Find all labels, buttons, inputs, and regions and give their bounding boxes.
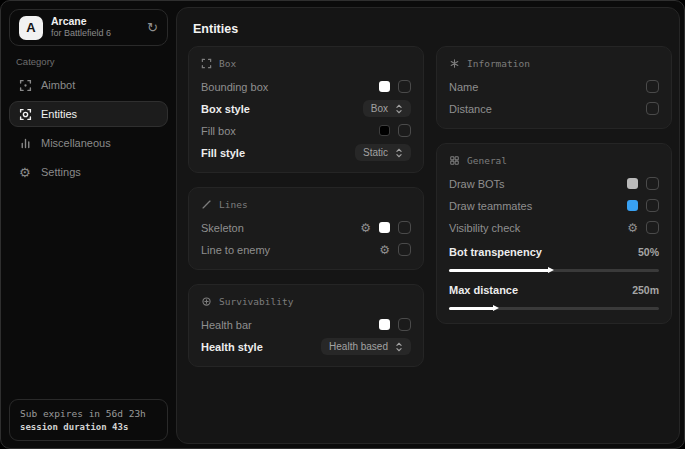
health-style-row: Health style Health based xyxy=(201,338,411,355)
draw-teammates-row: Draw teammates xyxy=(449,197,659,214)
information-card-title: Information xyxy=(467,58,530,69)
draw-teammates-color-swatch[interactable] xyxy=(627,200,638,211)
information-card-header: Information xyxy=(449,56,659,70)
draw-bots-controls xyxy=(627,177,659,190)
fill-box-controls xyxy=(379,124,411,137)
fill-style-row: Fill style Static xyxy=(201,144,411,161)
slider-fill xyxy=(449,307,495,310)
line-to-enemy-row: Line to enemy ⚙ xyxy=(201,241,411,258)
skeleton-row: Skeleton ⚙ xyxy=(201,219,411,236)
gear-icon: ⚙ xyxy=(19,166,32,179)
name-controls xyxy=(646,80,659,93)
health-bar-checkbox[interactable] xyxy=(398,318,411,331)
draw-teammates-label: Draw teammates xyxy=(449,200,532,212)
slider-thumb[interactable] xyxy=(493,305,499,311)
category-label: Category xyxy=(16,56,55,67)
bot-transparency-value: 50% xyxy=(638,246,659,258)
sidebar-item-aimbot[interactable]: Aimbot xyxy=(9,72,168,98)
health-plus-icon xyxy=(201,296,212,307)
fill-box-checkbox[interactable] xyxy=(398,124,411,137)
chevron-up-down-icon xyxy=(395,104,403,114)
box-brackets-icon xyxy=(201,58,212,69)
max-distance-labels: Max distance 250m xyxy=(449,281,659,298)
health-style-dropdown[interactable]: Health based xyxy=(321,338,411,355)
distance-label: Distance xyxy=(449,103,492,115)
bot-transparency-slider[interactable] xyxy=(449,267,659,274)
name-row: Name xyxy=(449,78,659,95)
fill-box-color-swatch[interactable] xyxy=(379,125,390,136)
sidebar: A Arcane for Battlefield 6 ↻ Category Ai… xyxy=(1,1,174,448)
skeleton-color-swatch[interactable] xyxy=(379,222,390,233)
asterisk-icon xyxy=(449,58,460,69)
sidebar-item-entities[interactable]: Entities xyxy=(9,101,168,127)
crosshair-icon xyxy=(19,79,32,92)
sidebar-item-miscellaneous[interactable]: Miscellaneous xyxy=(9,130,168,156)
visibility-check-label: Visibility check xyxy=(449,222,520,234)
bounding-box-controls xyxy=(379,80,411,93)
bars-icon xyxy=(19,137,32,150)
general-card-header: General xyxy=(449,153,659,167)
lines-card-title: Lines xyxy=(219,199,248,210)
left-column: Box Bounding box Box style Box xyxy=(188,46,424,367)
sidebar-nav: Aimbot Entities Miscellaneous xyxy=(9,72,168,185)
skeleton-label: Skeleton xyxy=(201,222,244,234)
brand-name: Arcane xyxy=(51,15,111,28)
max-distance-group: Max distance 250m xyxy=(449,279,659,312)
bounding-box-checkbox[interactable] xyxy=(398,80,411,93)
slider-thumb[interactable] xyxy=(548,267,554,273)
survivability-card: Survivability Health bar Health style He… xyxy=(188,284,424,367)
survivability-card-header: Survivability xyxy=(201,294,411,308)
visibility-check-row: Visibility check ⚙ xyxy=(449,219,659,236)
draw-bots-color-swatch[interactable] xyxy=(627,178,638,189)
box-style-dropdown[interactable]: Box xyxy=(363,100,411,117)
max-distance-label: Max distance xyxy=(449,284,518,296)
fill-style-label: Fill style xyxy=(201,147,245,159)
line-to-enemy-checkbox[interactable] xyxy=(398,243,411,256)
bounding-box-row: Bounding box xyxy=(201,78,411,95)
draw-bots-checkbox[interactable] xyxy=(646,177,659,190)
line-icon xyxy=(201,199,212,210)
skeleton-config-gear-icon[interactable]: ⚙ xyxy=(360,222,371,234)
slider-fill xyxy=(449,269,550,272)
visibility-check-checkbox[interactable] xyxy=(646,221,659,234)
general-card-title: General xyxy=(467,155,507,166)
fill-style-dropdown[interactable]: Static xyxy=(355,144,411,161)
bot-transparency-labels: Bot transpenency 50% xyxy=(449,243,659,260)
draw-teammates-controls xyxy=(627,199,659,212)
line-to-enemy-controls: ⚙ xyxy=(379,243,411,256)
page-title: Entities xyxy=(193,22,238,36)
draw-teammates-checkbox[interactable] xyxy=(646,199,659,212)
sync-icon[interactable]: ↻ xyxy=(147,20,158,35)
visibility-check-controls: ⚙ xyxy=(627,221,659,234)
chevron-up-down-icon xyxy=(395,148,403,158)
skeleton-controls: ⚙ xyxy=(360,221,411,234)
lines-card: Lines Skeleton ⚙ Line to enemy ⚙ xyxy=(188,187,424,270)
health-style-value: Health based xyxy=(329,341,388,352)
session-card: Sub expires in 56d 23h session duration … xyxy=(9,399,168,441)
name-label: Name xyxy=(449,81,478,93)
visibility-check-config-gear-icon[interactable]: ⚙ xyxy=(627,222,638,234)
skeleton-checkbox[interactable] xyxy=(398,221,411,234)
sidebar-item-label: Miscellaneous xyxy=(41,137,111,149)
distance-controls xyxy=(646,102,659,115)
name-checkbox[interactable] xyxy=(646,80,659,93)
arcane-window: A Arcane for Battlefield 6 ↻ Category Ai… xyxy=(0,0,685,449)
brand-card: A Arcane for Battlefield 6 ↻ xyxy=(9,9,168,46)
box-style-row: Box style Box xyxy=(201,100,411,117)
session-duration-text: session duration 43s xyxy=(20,421,157,434)
box-card: Box Bounding box Box style Box xyxy=(188,46,424,173)
draw-bots-row: Draw BOTs xyxy=(449,175,659,192)
sidebar-item-settings[interactable]: ⚙ Settings xyxy=(9,159,168,185)
sidebar-item-label: Entities xyxy=(41,108,77,120)
health-bar-controls xyxy=(379,318,411,331)
max-distance-slider[interactable] xyxy=(449,305,659,312)
health-bar-color-swatch[interactable] xyxy=(379,319,390,330)
right-column: Information Name Distance xyxy=(436,46,672,324)
line-to-enemy-config-gear-icon[interactable]: ⚙ xyxy=(379,244,390,256)
distance-checkbox[interactable] xyxy=(646,102,659,115)
bounding-box-color-swatch[interactable] xyxy=(379,81,390,92)
box-card-header: Box xyxy=(201,56,411,70)
health-style-label: Health style xyxy=(201,341,263,353)
health-bar-row: Health bar xyxy=(201,316,411,333)
information-card: Information Name Distance xyxy=(436,46,672,129)
